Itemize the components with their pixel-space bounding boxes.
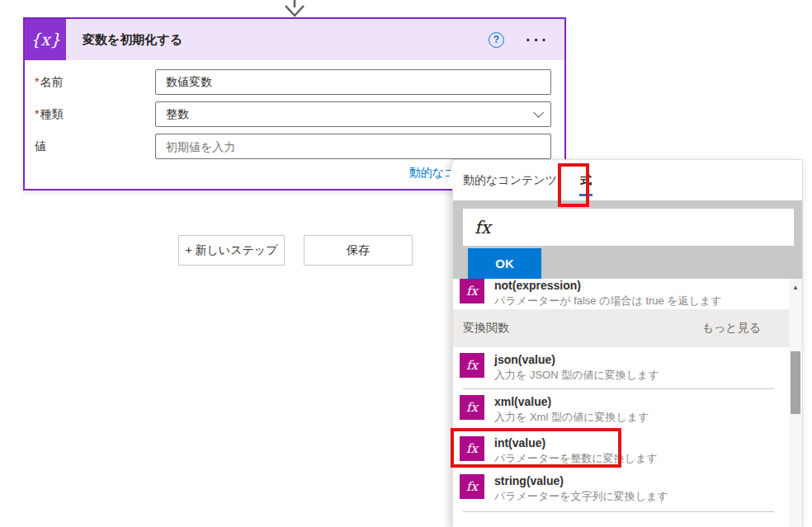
function-description: 入力を Xml 型の値に変換します xyxy=(494,409,649,425)
section-title: 変換関数 xyxy=(463,321,509,336)
name-input[interactable] xyxy=(155,69,551,95)
function-description: 入力を JSON 型の値に変換します xyxy=(494,367,659,383)
expression-input[interactable]: fx xyxy=(463,209,794,246)
function-name: json(value) xyxy=(494,353,659,367)
fx-badge-icon: fx xyxy=(460,436,484,461)
function-name: xml(value) xyxy=(494,395,649,409)
card-title: 変数を初期化する xyxy=(66,32,489,48)
fx-badge-icon: fx xyxy=(460,474,484,499)
scrollbar-thumb[interactable] xyxy=(791,351,800,414)
required-asterisk: * xyxy=(35,75,39,88)
function-item-not[interactable]: fx not(expression) パラメーターが false の場合は tr… xyxy=(453,279,789,309)
function-item-int[interactable]: fx int(value) パラメーターを整数に変換します xyxy=(453,431,789,468)
field-row-value: 値 xyxy=(33,134,551,159)
new-step-button[interactable]: + 新しいステップ xyxy=(178,235,285,266)
card-header[interactable]: {x} 変数を初期化する ? ··· xyxy=(25,19,564,60)
fx-badge-icon: fx xyxy=(460,353,484,378)
tab-expression[interactable]: 式 xyxy=(580,160,592,200)
scrollbar[interactable]: ▲ xyxy=(789,279,802,527)
value-input[interactable] xyxy=(155,134,551,159)
variable-icon: {x} xyxy=(25,19,66,60)
tab-dynamic-content[interactable]: 動的なコンテンツ xyxy=(463,160,557,200)
field-row-type: *種類 整数 xyxy=(33,101,551,127)
function-list: fx not(expression) パラメーターが false の場合は tr… xyxy=(453,279,789,527)
ok-button[interactable]: OK xyxy=(468,248,541,279)
function-item-xml[interactable]: fx xml(value) 入力を Xml 型の値に変換します xyxy=(453,389,789,431)
ellipsis-menu-icon[interactable]: ··· xyxy=(526,35,550,44)
fx-badge-icon: fx xyxy=(460,279,484,303)
fx-badge-icon: fx xyxy=(460,395,484,420)
function-name: not(expression) xyxy=(494,279,722,293)
help-icon[interactable]: ? xyxy=(489,32,504,48)
function-name: string(value) xyxy=(494,474,668,488)
expression-flyout-panel: 動的なコンテンツ 式 fx OK fx not(expression) パラメー… xyxy=(452,159,803,527)
field-row-name: *名前 xyxy=(33,69,551,95)
see-more-link[interactable]: もっと見る xyxy=(702,321,761,336)
required-asterisk: * xyxy=(35,107,39,120)
fx-icon: fx xyxy=(474,218,491,238)
chevron-down-icon xyxy=(533,107,544,118)
function-item-string[interactable]: fx string(value) パラメーターを文字列に変換します xyxy=(453,468,789,511)
name-label: *名前 xyxy=(33,75,155,90)
value-label: 値 xyxy=(33,139,155,154)
type-label: *種類 xyxy=(33,107,155,122)
function-description: パラメーターを整数に変換します xyxy=(494,450,658,466)
conversion-functions-section: 変換関数 もっと見る xyxy=(453,309,789,347)
save-button[interactable]: 保存 xyxy=(304,235,413,266)
function-name: int(value) xyxy=(494,436,658,450)
expression-input-bar: fx OK xyxy=(453,200,802,279)
type-dropdown[interactable]: 整数 xyxy=(155,101,551,127)
flyout-tabs: 動的なコンテンツ 式 xyxy=(453,160,802,200)
function-item-json[interactable]: fx json(value) 入力を JSON 型の値に変換します xyxy=(453,347,789,388)
scroll-up-icon[interactable]: ▲ xyxy=(789,284,802,291)
function-description: パラメーターが false の場合は true を返します xyxy=(494,293,722,308)
function-description: パラメーターを文字列に変換します xyxy=(494,488,668,504)
divider xyxy=(463,511,774,512)
type-dropdown-value: 整数 xyxy=(166,107,189,122)
